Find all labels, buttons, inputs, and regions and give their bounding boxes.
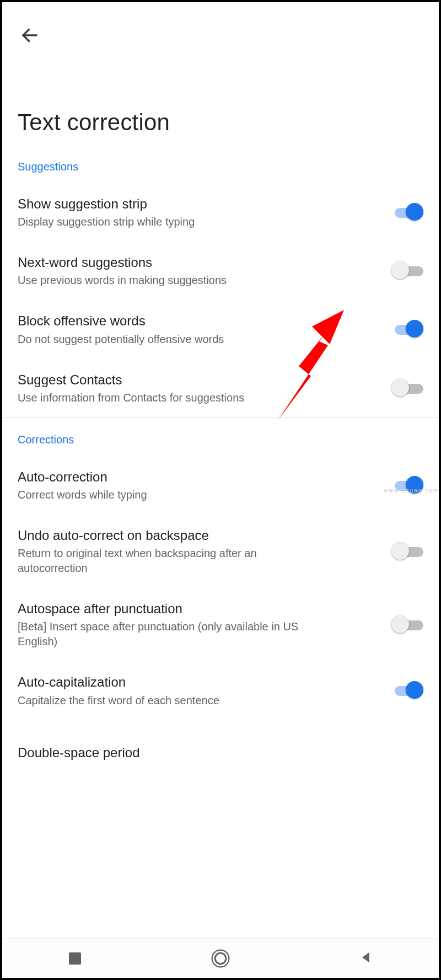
toggle-next-word-suggestions[interactable]	[391, 261, 423, 280]
row-block-offensive-words[interactable]: Block offensive words Do not suggest pot…	[2, 300, 439, 358]
row-show-suggestion-strip[interactable]: Show suggestion strip Display suggestion…	[2, 183, 439, 242]
row-texts: Autospace after punctuation [Beta] Inser…	[18, 600, 391, 649]
row-auto-capitalization[interactable]: Auto-capitalization Capitalize the first…	[2, 661, 439, 720]
row-texts: Auto-correction Correct words while typi…	[18, 468, 391, 502]
row-title: Autospace after punctuation	[18, 600, 378, 617]
triangle-back-icon	[358, 950, 374, 967]
section-corrections: Corrections Auto-correction Correct word…	[2, 417, 439, 773]
page-title: Text correction	[2, 49, 439, 158]
row-subtitle: Correct words while typing	[18, 488, 326, 502]
row-suggest-contacts[interactable]: Suggest Contacts Use information from Co…	[2, 359, 439, 417]
row-subtitle: [Beta] Insert space after punctuation (o…	[18, 619, 326, 649]
switch-thumb	[391, 261, 409, 279]
square-icon	[69, 952, 81, 965]
row-title: Next-word suggestions	[18, 254, 378, 271]
switch-thumb	[406, 681, 423, 699]
switch-thumb	[406, 203, 423, 221]
row-title: Block offensive words	[18, 312, 378, 329]
row-texts: Auto-capitalization Capitalize the first…	[18, 673, 391, 708]
toggle-show-suggestion-strip[interactable]	[391, 203, 423, 222]
row-texts: Block offensive words Do not suggest pot…	[18, 312, 391, 346]
toggle-undo-auto-correct-backspace[interactable]	[391, 542, 423, 561]
toggle-auto-capitalization[interactable]	[391, 681, 423, 700]
arrow-back-icon	[20, 25, 40, 47]
android-nav-bar	[2, 938, 439, 978]
settings-content: Text correction Suggestions Show suggest…	[2, 2, 439, 938]
row-subtitle: Use previous words in making suggestions	[18, 273, 326, 288]
back-button[interactable]	[18, 24, 42, 49]
row-title: Undo auto-correct on backspace	[18, 527, 378, 544]
row-next-word-suggestions[interactable]: Next-word suggestions Use previous words…	[2, 242, 439, 300]
row-subtitle: Use information from Contacts for sugges…	[18, 390, 326, 405]
row-autospace-after-punctuation[interactable]: Autospace after punctuation [Beta] Inser…	[2, 588, 439, 661]
row-texts: Undo auto-correct on backspace Return to…	[18, 527, 391, 576]
toggle-block-offensive-words[interactable]	[391, 320, 423, 339]
switch-thumb	[391, 615, 409, 633]
watermark: www.deuaq.com	[384, 487, 439, 493]
toggle-suggest-contacts[interactable]	[391, 379, 423, 398]
svg-marker-3	[362, 952, 369, 962]
row-double-space-period[interactable]: Double-space period	[2, 720, 439, 773]
switch-thumb	[391, 379, 409, 397]
row-texts: Double-space period	[18, 744, 423, 761]
nav-recent-button[interactable]	[53, 942, 97, 975]
row-texts: Suggest Contacts Use information from Co…	[18, 371, 391, 405]
screen-frame: Text correction Suggestions Show suggest…	[0, 0, 441, 980]
row-title: Auto-capitalization	[18, 673, 378, 690]
switch-thumb	[391, 542, 409, 560]
row-texts: Next-word suggestions Use previous words…	[18, 254, 391, 288]
row-title: Double-space period	[18, 744, 410, 761]
row-texts: Show suggestion strip Display suggestion…	[18, 195, 391, 229]
section-header-corrections: Corrections	[2, 431, 439, 456]
toggle-autospace-after-punctuation[interactable]	[391, 615, 423, 634]
row-title: Auto-correction	[18, 468, 378, 485]
switch-thumb	[406, 320, 423, 338]
row-subtitle: Return to original text when backspacing…	[18, 546, 326, 576]
circle-icon	[214, 952, 227, 965]
section-suggestions: Suggestions Show suggestion strip Displa…	[2, 158, 439, 417]
row-undo-auto-correct-backspace[interactable]: Undo auto-correct on backspace Return to…	[2, 515, 439, 588]
row-subtitle: Display suggestion strip while typing	[18, 215, 326, 229]
app-bar	[2, 2, 439, 49]
row-subtitle: Do not suggest potentially offensive wor…	[18, 332, 326, 347]
row-auto-correction[interactable]: Auto-correction Correct words while typi…	[2, 456, 439, 515]
row-subtitle: Capitalize the first word of each senten…	[18, 693, 326, 708]
row-title: Suggest Contacts	[18, 371, 378, 388]
row-title: Show suggestion strip	[18, 195, 378, 212]
nav-home-button[interactable]	[198, 942, 243, 975]
nav-back-button[interactable]	[344, 942, 388, 975]
section-header-suggestions: Suggestions	[2, 158, 439, 183]
